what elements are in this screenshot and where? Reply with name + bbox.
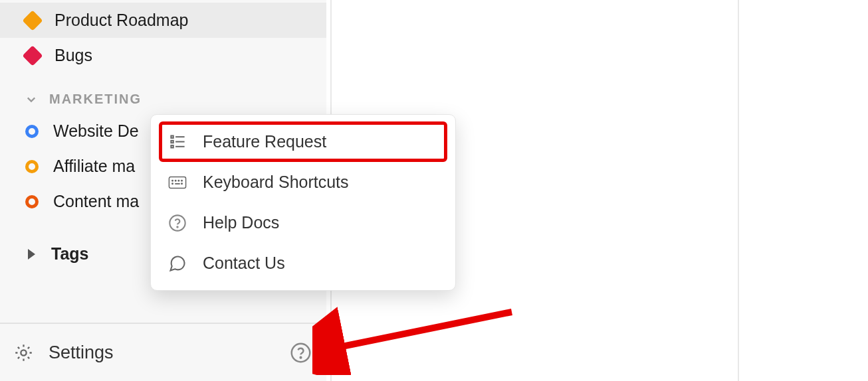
- help-circle-icon: [168, 214, 187, 232]
- svg-point-10: [172, 180, 173, 181]
- svg-point-1: [291, 343, 310, 362]
- svg-rect-3: [171, 136, 173, 138]
- caret-right-icon: [28, 249, 35, 260]
- circle-icon: [25, 195, 39, 208]
- popup-item-label: Contact Us: [203, 254, 285, 273]
- circle-icon: [25, 160, 39, 173]
- svg-rect-4: [171, 141, 173, 143]
- svg-point-17: [169, 215, 185, 230]
- popup-item-label: Feature Request: [203, 132, 326, 151]
- help-button[interactable]: [288, 340, 313, 365]
- svg-point-14: [172, 183, 173, 184]
- section-label: MARKETING: [49, 92, 142, 107]
- popup-item-contact-us[interactable]: Contact Us: [159, 243, 447, 283]
- svg-point-12: [178, 180, 179, 181]
- sidebar-item-label: Bugs: [54, 46, 92, 65]
- help-popup-menu: Feature Request Keyboard Shortcuts: [150, 114, 456, 291]
- chevron-down-icon: [27, 95, 36, 104]
- svg-point-0: [21, 350, 26, 355]
- sidebar-item-label: Product Roadmap: [54, 11, 189, 30]
- svg-point-18: [177, 226, 177, 227]
- settings-label: Settings: [49, 343, 114, 363]
- svg-point-13: [181, 180, 182, 181]
- svg-point-2: [300, 356, 301, 358]
- sidebar-item-bugs[interactable]: Bugs: [0, 38, 326, 73]
- keyboard-icon: [168, 173, 187, 192]
- sidebar-item-label: Website De: [53, 121, 139, 141]
- svg-rect-5: [171, 145, 173, 147]
- tags-label: Tags: [51, 244, 89, 264]
- popup-item-label: Help Docs: [203, 213, 279, 232]
- circle-icon: [25, 125, 39, 138]
- chat-icon: [168, 254, 187, 273]
- svg-point-16: [181, 183, 182, 184]
- svg-rect-9: [169, 177, 185, 188]
- sidebar-footer: Settings: [0, 323, 326, 381]
- list-icon: [168, 133, 187, 151]
- popup-item-keyboard-shortcuts[interactable]: Keyboard Shortcuts: [159, 162, 447, 202]
- gear-icon: [13, 343, 34, 363]
- popup-item-label: Keyboard Shortcuts: [203, 173, 349, 192]
- sidebar-item-product-roadmap[interactable]: Product Roadmap: [0, 3, 326, 38]
- section-header-marketing[interactable]: MARKETING: [0, 73, 326, 114]
- diamond-icon: [22, 45, 43, 66]
- sidebar-item-label: Affiliate ma: [53, 157, 135, 176]
- popup-item-help-docs[interactable]: Help Docs: [159, 202, 447, 243]
- sidebar-item-label: Content ma: [53, 192, 139, 211]
- popup-item-feature-request[interactable]: Feature Request: [159, 121, 447, 162]
- svg-point-11: [175, 180, 175, 181]
- settings-button[interactable]: Settings: [13, 343, 288, 363]
- diamond-icon: [22, 10, 43, 31]
- help-circle-icon: [290, 342, 312, 364]
